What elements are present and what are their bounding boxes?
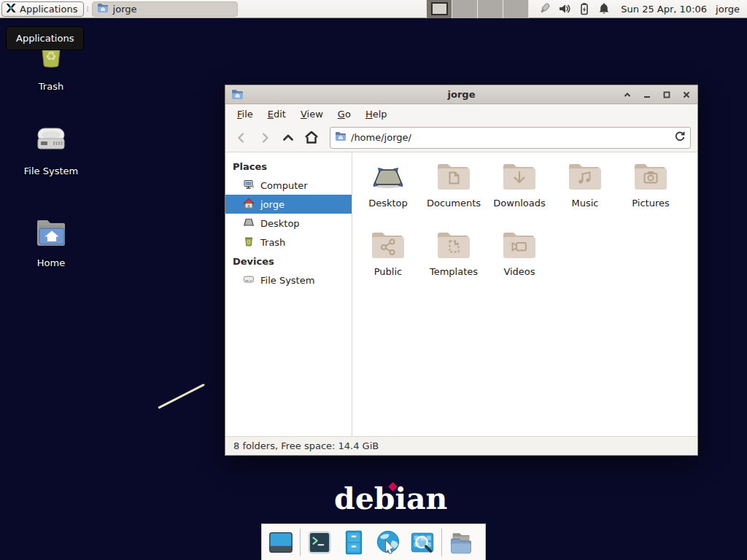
system-tray <box>538 2 611 15</box>
workspace-4[interactable] <box>503 0 529 18</box>
desktop-icon-label: File System <box>24 166 78 176</box>
folder-videos-icon <box>502 230 537 262</box>
status-text: 8 folders, Free space: 14.4 GiB <box>233 440 379 451</box>
drive-icon <box>33 122 69 160</box>
file-item-documents[interactable]: Documents <box>421 157 487 225</box>
file-item-templates[interactable]: Templates <box>421 225 487 294</box>
menu-go[interactable]: Go <box>330 106 358 122</box>
desktop-icon-home[interactable]: Home <box>16 216 86 268</box>
window-titlebar[interactable]: jorge <box>225 85 697 104</box>
sidebar-item-jorge[interactable]: jorge <box>225 195 352 214</box>
menu-help[interactable]: Help <box>358 106 395 122</box>
workspace-switcher[interactable] <box>426 0 529 18</box>
location-bar[interactable]: /home/jorge/ <box>330 127 691 149</box>
folder-pictures-icon <box>633 161 668 194</box>
workspace-1[interactable] <box>427 0 452 18</box>
file-item-label: Pictures <box>632 198 669 209</box>
menu-file[interactable]: File <box>230 106 260 122</box>
desktop-screen: Applications ⁞ jorge <box>0 0 747 560</box>
maximize-button[interactable] <box>662 90 672 100</box>
sidebar-item-label: Desktop <box>260 218 300 229</box>
panel-user-menu[interactable]: jorge <box>716 4 740 15</box>
sidebar-item-label: File System <box>260 275 314 286</box>
show-desktop-icon[interactable] <box>266 527 296 558</box>
toolbar: /home/jorge/ <box>225 123 697 152</box>
applications-menu-icon <box>5 2 17 16</box>
menu-edit[interactable]: Edit <box>260 106 293 122</box>
home-button[interactable] <box>302 128 321 147</box>
file-item-label: Videos <box>503 266 535 277</box>
file-item-label: Desktop <box>368 198 408 209</box>
sidebar-item-file-system[interactable]: File System <box>225 271 352 289</box>
file-item-label: Templates <box>430 266 478 277</box>
menu-bar: File Edit View Go Help <box>225 104 697 123</box>
sidebar-item-label: Computer <box>260 180 308 191</box>
workspace-window-thumb <box>431 2 448 15</box>
desktop-icon <box>243 217 255 230</box>
path-input[interactable]: /home/jorge/ <box>351 132 670 143</box>
workspace-2[interactable] <box>452 0 478 18</box>
volume-icon[interactable] <box>558 2 571 15</box>
sidebar-item-desktop[interactable]: Desktop <box>225 214 352 233</box>
terminal-icon[interactable] <box>304 527 335 558</box>
shade-button[interactable] <box>622 90 632 100</box>
panel-clock[interactable]: Sun 25 Apr, 10:06 <box>621 4 707 15</box>
sidebar-item-label: jorge <box>260 199 285 210</box>
file-item-label: Music <box>572 198 599 209</box>
desktop-trapezoid-icon <box>371 161 406 194</box>
file-manager-icon[interactable] <box>338 527 369 558</box>
computer-icon <box>243 179 255 192</box>
notification-bell-icon[interactable] <box>597 2 611 15</box>
drive-icon <box>243 273 255 287</box>
taskbar-window-label: jorge <box>113 4 137 15</box>
taskbar-window-button[interactable]: jorge <box>92 1 238 17</box>
wallpaper-swoosh <box>158 384 205 409</box>
file-item-music[interactable]: Music <box>552 157 618 225</box>
file-item-label: Downloads <box>493 198 545 209</box>
file-item-label: Public <box>374 266 402 277</box>
pathbar-folder-icon <box>335 131 347 144</box>
dock-separator <box>300 529 301 556</box>
workspace-3[interactable] <box>478 0 503 18</box>
menu-view[interactable]: View <box>293 106 330 122</box>
app-finder-icon[interactable] <box>407 527 438 558</box>
close-button[interactable] <box>681 90 692 100</box>
input-device-icon[interactable] <box>538 2 551 15</box>
panel-handle[interactable]: ⁞ <box>84 5 90 13</box>
file-item-public[interactable]: Public <box>355 225 421 294</box>
taskbar-window-icon <box>97 3 109 15</box>
battery-icon[interactable] <box>578 2 591 15</box>
file-item-desktop[interactable]: Desktop <box>355 157 421 225</box>
places-sidebar: Places Computer jorge <box>225 152 352 436</box>
trash-icon <box>243 236 255 249</box>
up-button[interactable] <box>279 128 298 147</box>
file-item-videos[interactable]: Videos <box>487 225 552 294</box>
forward-button[interactable] <box>255 128 274 147</box>
file-manager-window: jorge File Edit View Go Help <box>225 85 698 456</box>
applications-menu-button[interactable]: Applications <box>1 1 84 17</box>
folder-documents-icon <box>436 161 471 194</box>
web-browser-icon[interactable] <box>373 527 403 558</box>
user-home-icon <box>243 198 255 211</box>
file-view[interactable]: Desktop Documents Downloads <box>352 152 697 436</box>
back-button[interactable] <box>232 128 251 147</box>
folder-templates-icon <box>436 230 471 262</box>
dock-panel <box>261 524 486 560</box>
folder-public-icon <box>371 230 406 262</box>
folder-downloads-icon <box>502 161 537 194</box>
reload-button[interactable] <box>674 131 686 144</box>
sidebar-header-places: Places <box>225 157 352 176</box>
minimize-button[interactable] <box>642 90 652 100</box>
top-panel: Applications ⁞ jorge <box>0 0 747 18</box>
sidebar-item-label: Trash <box>260 237 285 248</box>
file-item-label: Documents <box>427 198 481 209</box>
sidebar-item-trash[interactable]: Trash <box>225 233 352 252</box>
directory-menu-icon[interactable] <box>446 527 476 558</box>
file-item-downloads[interactable]: Downloads <box>487 157 552 225</box>
file-item-pictures[interactable]: Pictures <box>618 157 684 225</box>
desktop-icon-file-system[interactable]: File System <box>16 122 86 176</box>
desktop-icon-label: Home <box>37 257 65 268</box>
debian-logo: debian <box>334 481 447 516</box>
sidebar-item-computer[interactable]: Computer <box>225 176 352 195</box>
desktop-icon-label: Trash <box>39 81 63 92</box>
